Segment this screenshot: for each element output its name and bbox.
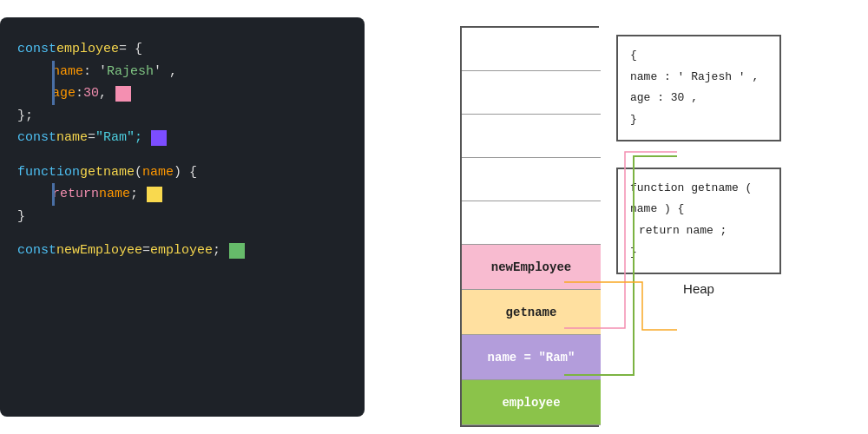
keyword-return: return <box>52 183 99 206</box>
close-fn: } <box>17 206 25 228</box>
keyword-function: function <box>17 161 80 184</box>
close-brace: }; <box>17 105 33 128</box>
code-line-6: function getname ( name ) { <box>17 161 347 184</box>
semi-3: ; <box>213 240 220 262</box>
dot-pink-indicator <box>115 86 131 102</box>
stack-container: newEmployee getname name = "Ram" employe… <box>460 26 599 427</box>
space: = <box>88 127 95 149</box>
diagram-panel: newEmployee getname name = "Ram" employe… <box>365 17 868 417</box>
quote-comma: ' , <box>154 61 177 83</box>
dot-green-indicator <box>229 243 245 259</box>
dot-yellow-indicator <box>147 187 162 202</box>
stack-empty-1 <box>462 28 601 71</box>
val-ram: "Ram"; <box>95 127 142 149</box>
ref-employee: employee <box>150 240 213 262</box>
stack-empty-5 <box>462 201 601 245</box>
val-30: 30 <box>83 82 99 105</box>
heap-boxes-wrapper: { name : ' Rajesh ' , age : 30 , } funct… <box>616 35 781 274</box>
keyword-const: const <box>17 38 56 61</box>
param-name: name <box>142 161 174 184</box>
paren-open: ( <box>135 161 142 184</box>
paren-close: ) { <box>174 161 197 184</box>
code-line-4: }; <box>17 105 347 128</box>
code-line-7: return name ; <box>52 183 347 206</box>
return-name: name <box>99 183 130 206</box>
code-line-1: const employee = { <box>17 38 347 61</box>
stack-cell-getname: getname <box>462 290 601 335</box>
var-newemployee: newEmployee <box>56 240 142 262</box>
equals-brace: = { <box>119 38 142 61</box>
stack-cell-employee: employee <box>462 380 601 425</box>
stack-empty-2 <box>462 71 601 115</box>
equals-3: = <box>142 240 150 262</box>
keyword-const-2: const <box>17 127 56 149</box>
stack-empty-3 <box>462 115 601 158</box>
heap-section: { name : ' Rajesh ' , age : 30 , } funct… <box>616 26 781 296</box>
dot-purple-indicator <box>151 130 167 146</box>
bar-indicator-3 <box>52 183 55 206</box>
code-panel: const employee = { name : ' Rajesh ' , a… <box>0 17 365 417</box>
val-rajesh: Rajesh <box>107 61 154 83</box>
fn-getname: getname <box>80 161 135 184</box>
heap-box-function: function getname ( name ) { return name … <box>616 168 781 274</box>
code-line-2: name : ' Rajesh ' , <box>52 61 347 83</box>
stack-empty-4 <box>462 158 601 201</box>
comma-3: , <box>99 82 107 105</box>
heap-label: Heap <box>616 281 781 296</box>
heap-box-object: { name : ' Rajesh ' , age : 30 , } <box>616 35 781 141</box>
code-line-5: const name = "Ram"; <box>17 127 347 149</box>
stack-cell-name: name = "Ram" <box>462 335 601 380</box>
code-line-9: const newEmployee = employee ; <box>17 240 347 262</box>
var-name: name <box>56 127 88 149</box>
keyword-const-3: const <box>17 240 56 262</box>
stack-section: newEmployee getname name = "Ram" employe… <box>460 26 599 434</box>
bar-indicator-2 <box>52 82 55 105</box>
stack-cell-newemployee: newEmployee <box>462 245 601 290</box>
code-line-8: } <box>17 206 347 228</box>
colon-2: : <box>76 82 83 105</box>
code-line-3: age : 30 , <box>52 82 347 105</box>
bar-indicator <box>52 61 55 83</box>
colon-space: : ' <box>83 61 107 83</box>
semicolon-ret: ; <box>130 183 138 206</box>
prop-age: age <box>52 82 76 105</box>
var-employee: employee <box>56 38 119 61</box>
prop-name: name <box>52 61 83 83</box>
